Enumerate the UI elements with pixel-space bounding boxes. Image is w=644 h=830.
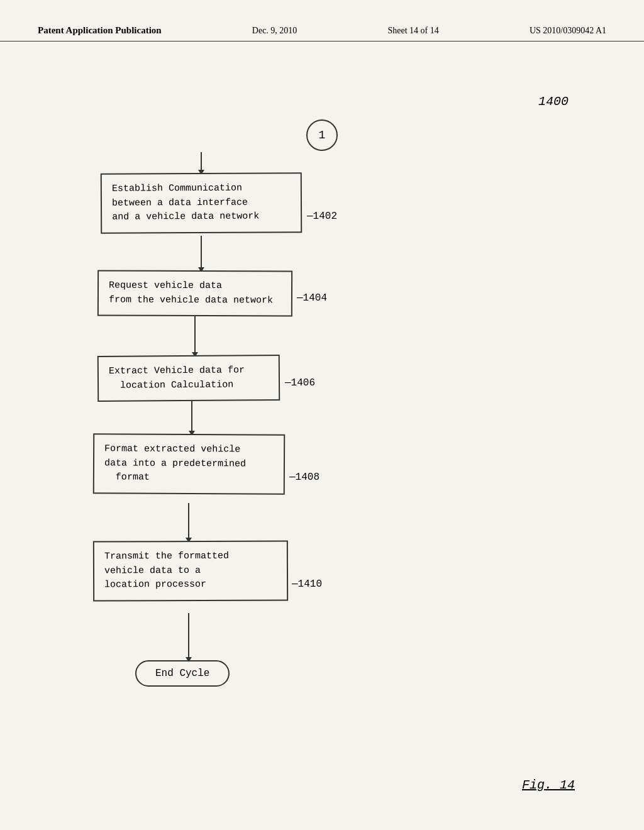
publication-date: Dec. 9, 2010	[252, 26, 297, 36]
step-1406-text: Extract Vehicle data for location Calcul…	[109, 365, 245, 390]
ref-1410: —1410	[292, 578, 322, 590]
step-1404-text: Request vehicle datafrom the vehicle dat…	[109, 280, 273, 306]
ref-1402: —1402	[307, 211, 337, 222]
sheet-number: Sheet 14 of 14	[387, 26, 438, 36]
step-1402-text: Establish Communicationbetween a data in…	[112, 183, 259, 223]
patent-number: US 2010/0309042 A1	[530, 26, 606, 36]
publication-title: Patent Application Publication	[38, 25, 162, 36]
page-header: Patent Application Publication Dec. 9, 2…	[0, 25, 644, 42]
ref-1408: —1408	[289, 472, 319, 483]
flowchart-diagram: 1400 1 Establish Communicationbetween a …	[0, 75, 644, 830]
ref-1406: —1406	[285, 377, 315, 389]
step-1406: Extract Vehicle data for location Calcul…	[97, 355, 280, 402]
step-1408-text: Format extracted vehicledata into a pred…	[104, 443, 246, 482]
step-1410: Transmit the formattedvehicle data to al…	[93, 540, 288, 601]
figure-caption: Fig. 14	[522, 778, 575, 792]
step-1402: Establish Communicationbetween a data in…	[101, 172, 302, 233]
figure-id: 1400	[538, 94, 569, 109]
start-node: 1	[306, 119, 338, 151]
step-1408: Format extracted vehicledata into a pred…	[93, 433, 285, 494]
step-1410-text: Transmit the formattedvehicle data to al…	[104, 551, 229, 590]
end-node: End Cycle	[135, 660, 230, 687]
step-1404: Request vehicle datafrom the vehicle dat…	[97, 270, 292, 316]
ref-1404: —1404	[297, 292, 327, 304]
